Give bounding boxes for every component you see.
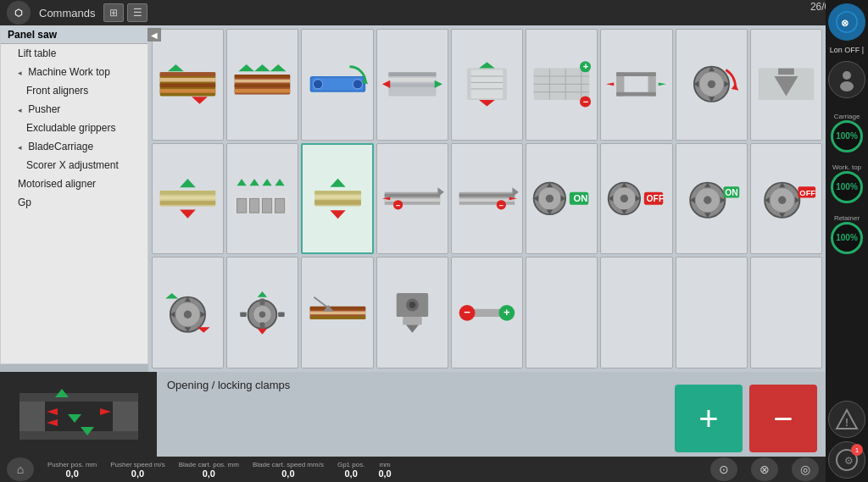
- grid-cell-1-2[interactable]: [301, 143, 373, 255]
- grid-cell-0-4[interactable]: [451, 29, 523, 141]
- sidebar-item-excludable-grippers[interactable]: Excludable grippers: [1, 119, 147, 137]
- svg-rect-151: [309, 307, 365, 310]
- svg-rect-156: [403, 317, 421, 324]
- top-bar: ⬡ Commands ⊞ ☰ 26/07/201710:47: [0, 0, 868, 25]
- carriage-speed-value: 100%: [831, 120, 863, 152]
- svg-marker-148: [258, 291, 267, 297]
- svg-rect-79: [314, 200, 361, 204]
- svg-rect-144: [260, 298, 265, 304]
- svg-marker-72: [237, 179, 247, 186]
- grid-view-icon[interactable]: ⊞: [103, 3, 124, 22]
- sidebar-item-gp[interactable]: Gp: [1, 193, 147, 212]
- grid-cell-0-0[interactable]: [152, 29, 224, 141]
- grid-cell-1-0[interactable]: [152, 143, 224, 255]
- svg-rect-167: [19, 393, 138, 402]
- svg-marker-170: [47, 419, 58, 426]
- grid-cell-1-6[interactable]: OFF: [600, 143, 672, 255]
- grid-cell-2-3[interactable]: [376, 257, 448, 368]
- grid-cell-2-8: [750, 257, 822, 368]
- svg-rect-153: [309, 316, 365, 319]
- grid-cell-2-0[interactable]: [152, 257, 224, 368]
- retainer-speed-value: 100%: [831, 222, 863, 254]
- svg-rect-71: [275, 198, 285, 213]
- plus-button[interactable]: +: [675, 385, 743, 452]
- grid-cell-2-2[interactable]: [301, 257, 373, 368]
- grid-cell-1-3[interactable]: −: [376, 143, 448, 255]
- grid-cell-0-3[interactable]: [376, 29, 448, 141]
- svg-rect-23: [388, 84, 436, 88]
- status-gp1-pos: Gp1 pos. 0,0: [337, 461, 364, 479]
- right-btn-warning[interactable]: !: [828, 401, 865, 438]
- sidebar-item-scorer-x[interactable]: Scorer X adjustment: [1, 156, 147, 175]
- svg-marker-74: [263, 179, 272, 186]
- clamp-preview-image: [11, 376, 147, 452]
- svg-point-134: [184, 310, 192, 318]
- status-btn-action1[interactable]: ⊙: [710, 457, 737, 481]
- grid-cell-1-7[interactable]: ON: [676, 143, 748, 255]
- grid-cell-0-6[interactable]: [600, 29, 672, 141]
- sidebar-toggle-button[interactable]: ◀: [147, 28, 161, 42]
- expand-arrow: ◂: [18, 143, 22, 152]
- grid-cell-2-6: [600, 257, 672, 368]
- svg-point-52: [707, 80, 715, 88]
- svg-rect-91: [459, 198, 515, 202]
- svg-marker-25: [382, 80, 390, 88]
- status-label: Pusher speed m/s: [110, 461, 164, 468]
- grid-cell-1-5[interactable]: ON: [526, 143, 598, 255]
- grid-cell-2-5: [526, 257, 598, 368]
- grid-cell-0-2[interactable]: [301, 29, 373, 141]
- status-btn-action3[interactable]: ◎: [792, 457, 819, 481]
- status-btn-home[interactable]: ⌂: [7, 457, 34, 481]
- svg-marker-57: [732, 84, 738, 91]
- minus-button[interactable]: −: [749, 385, 817, 452]
- right-btn-alert[interactable]: ⚙ 1: [828, 441, 865, 479]
- status-blade-speed: Blade cart. speed mm/s 0,0: [253, 461, 324, 479]
- svg-marker-171: [100, 408, 111, 415]
- sidebar-label: Pusher: [28, 103, 60, 115]
- sidebar-label: Scorer X adjustment: [26, 159, 119, 171]
- svg-text:−: −: [464, 306, 470, 319]
- status-mm: mm 0,0: [378, 461, 391, 479]
- svg-marker-6: [192, 97, 208, 104]
- sidebar-label: Front aligners: [26, 85, 88, 97]
- svg-rect-69: [250, 198, 259, 213]
- status-label: Pusher pos. mm: [47, 461, 97, 468]
- sidebar-item-blade-carriage[interactable]: ◂ BladeCarriage: [1, 137, 147, 156]
- right-btn-top[interactable]: ⊗: [828, 3, 865, 41]
- status-btn-action2[interactable]: ⊗: [751, 457, 778, 481]
- svg-text:⚙: ⚙: [844, 455, 854, 467]
- sidebar-item-pusher[interactable]: ◂ Pusher: [1, 100, 147, 119]
- sidebar-item-machine-work-top[interactable]: ◂ Machine Work top: [1, 63, 147, 81]
- status-label: Blade cart. speed mm/s: [253, 461, 324, 468]
- svg-rect-3: [160, 84, 216, 88]
- sidebar-item-lift-table[interactable]: Lift table: [1, 44, 147, 63]
- sidebar-label: Machine Work top: [28, 66, 110, 78]
- grid-cell-1-1[interactable]: [226, 143, 298, 255]
- grid-cell-0-5[interactable]: + −: [526, 29, 598, 141]
- svg-marker-14: [270, 64, 287, 71]
- svg-marker-31: [479, 63, 495, 69]
- svg-rect-77: [314, 191, 361, 194]
- grid-cell-0-1[interactable]: [226, 29, 298, 141]
- svg-marker-49: [659, 83, 666, 86]
- list-view-icon[interactable]: ☰: [127, 3, 147, 22]
- status-value: 0,0: [345, 468, 358, 479]
- svg-rect-147: [279, 312, 285, 317]
- app-title: Commands: [39, 7, 95, 19]
- sidebar-label: Excludable grippers: [26, 122, 115, 134]
- svg-rect-168: [19, 431, 138, 440]
- sidebar-item-front-aligners[interactable]: Front aligners: [1, 81, 147, 100]
- grid-cell-2-4[interactable]: − +: [451, 257, 523, 368]
- grid-cell-0-8[interactable]: [750, 29, 822, 141]
- grid-cell-1-8[interactable]: OFF: [750, 143, 822, 255]
- svg-point-18: [353, 80, 362, 89]
- status-value: 0,0: [203, 468, 215, 479]
- status-label: mm: [379, 461, 390, 468]
- right-btn-person[interactable]: [828, 61, 865, 98]
- grid-cell-2-1[interactable]: [226, 257, 298, 368]
- grid-cell-0-7[interactable]: [676, 29, 748, 141]
- svg-marker-149: [258, 329, 267, 335]
- grid-cell-1-4[interactable]: −: [451, 143, 523, 255]
- svg-marker-157: [406, 324, 419, 332]
- sidebar-item-motorised-aligner[interactable]: Motorised aligner: [1, 175, 147, 193]
